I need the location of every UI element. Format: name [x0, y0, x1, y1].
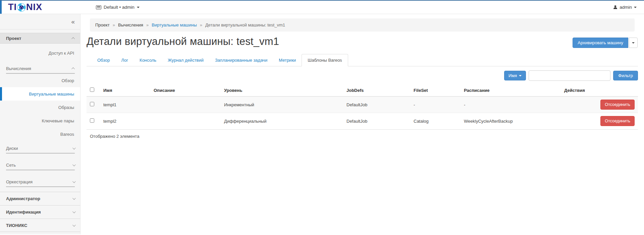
cell-fileset: - [410, 97, 461, 113]
select-all-checkbox[interactable] [90, 87, 94, 92]
sidebar-item-label: Доступ к API [49, 51, 74, 56]
detach-template-button[interactable]: Отсоединить [600, 100, 635, 110]
logo-text-right: NIX [26, 3, 42, 12]
chevron-down-icon [137, 7, 140, 8]
table-filter-bar: Имя Фильтр [87, 70, 638, 81]
bareos-templates-table: Имя Описание Уровень JobDefs FileSet Рас… [87, 85, 638, 129]
sidebar-item-label: Bareos [60, 132, 74, 137]
select-row-checkbox[interactable] [90, 118, 94, 123]
breadcrumb-separator: » [146, 22, 149, 27]
header-accent-strip [0, 1, 2, 14]
sidebar-item-overview[interactable]: Обзор [0, 74, 80, 87]
sidebar-section-identity-label: Идентификация [6, 210, 41, 215]
column-header-schedule: Расписание [461, 85, 561, 97]
logo-text-left: TI [8, 3, 17, 12]
sidebar-item-api-access[interactable]: Доступ к API [0, 46, 80, 60]
cell-description [150, 113, 221, 129]
sidebar-subsection-volumes[interactable]: Диски [6, 143, 75, 154]
tionix-logo[interactable]: TI NIX [8, 3, 42, 12]
project-context-switcher[interactable]: Default • admin [96, 5, 140, 10]
sidebar-collapse-button[interactable]: « [71, 18, 75, 25]
sidebar-subsection-compute-label: Вычисления [6, 66, 31, 71]
sidebar-nav: « Проект Доступ к API Вычисления Обзор В… [0, 14, 80, 234]
breadcrumb-link-virtual-machines[interactable]: Виртуальные машины [152, 22, 197, 27]
chevron-down-icon [632, 42, 635, 44]
main-content: Проект » Вычисления » Виртуальные машины… [80, 14, 644, 234]
cell-schedule: WeeklyCycleAfterBackup [461, 113, 561, 129]
cell-level: Дифференциальный [221, 113, 343, 129]
sidebar-item-label: Обзор [61, 78, 74, 83]
tionix-swirl-icon [17, 3, 26, 12]
cell-name: templ2 [100, 113, 150, 129]
breadcrumb-separator: » [113, 22, 115, 27]
sidebar-item-virtual-machines-active[interactable]: Виртуальные машины [0, 87, 80, 101]
column-header-level: Уровень [221, 85, 343, 97]
chevron-down-icon [72, 196, 76, 200]
column-header-actions: Действия [561, 85, 638, 97]
filter-field-label: Имя [508, 73, 517, 78]
sidebar-subsection-volumes-label: Диски [6, 146, 18, 151]
tab-console[interactable]: Консоль [134, 54, 162, 66]
detach-template-button[interactable]: Отсоединить [600, 116, 635, 126]
sidebar-subsection-network[interactable]: Сеть [6, 160, 75, 170]
sidebar-item-label: Образы [58, 105, 74, 110]
tab-action-log[interactable]: Журнал действий [162, 54, 209, 66]
tab-scheduled-tasks[interactable]: Запланированные задачи [209, 54, 273, 66]
sidebar-subsection-compute[interactable]: Вычисления [6, 64, 75, 74]
sidebar-section-identity[interactable]: Идентификация [0, 205, 80, 219]
sidebar-section-project[interactable]: Проект [0, 33, 80, 44]
filter-submit-button[interactable]: Фильтр [613, 71, 638, 80]
table-header-row: Имя Описание Уровень JobDefs FileSet Рас… [87, 85, 638, 97]
user-menu-label: admin [620, 5, 632, 10]
page-title: Детали виртуальной машины: test_vm1 [87, 36, 279, 48]
instance-action-group: Архивировать машину [573, 38, 638, 48]
chevron-down-icon [72, 223, 76, 227]
more-actions-dropdown-toggle[interactable] [629, 38, 638, 48]
sidebar-section-admin-label: Администратор [6, 196, 40, 201]
chevron-down-icon [72, 210, 76, 213]
sidebar-section-tionix-label: ТИОНИКС [6, 223, 27, 228]
select-row-checkbox[interactable] [90, 102, 94, 106]
cell-jobdefs: DefaultJob [343, 113, 410, 129]
sidebar-subsection-network-label: Сеть [6, 163, 16, 168]
breadcrumb-item-compute: Вычисления [118, 22, 143, 27]
breadcrumb-item-project: Проект [95, 22, 110, 27]
cell-fileset: Catalog [410, 113, 461, 129]
table-row: templ1 Инкрементный DefaultJob - - Отсое… [87, 97, 638, 113]
chevron-up-icon [71, 37, 75, 40]
cell-jobdefs: DefaultJob [343, 97, 410, 113]
tab-metrics[interactable]: Метрики [273, 54, 302, 66]
tab-overview[interactable]: Обзор [92, 54, 116, 66]
sidebar-subsection-orchestration[interactable]: Оркестрация [6, 177, 75, 187]
column-header-jobdefs: JobDefs [343, 85, 410, 97]
filter-input[interactable] [529, 70, 610, 81]
sidebar-item-label: Ключевые пары [42, 118, 74, 123]
sidebar-subsection-orchestration-label: Оркестрация [6, 179, 33, 184]
chevron-up-icon [71, 67, 75, 70]
chevron-down-icon [72, 163, 76, 166]
sidebar-item-images[interactable]: Образы [0, 101, 80, 114]
top-header: TI NIX Default • admin admin [0, 0, 644, 14]
cell-level: Инкрементный [221, 97, 343, 113]
sidebar-collapse-row: « [0, 14, 80, 30]
column-header-fileset: FileSet [410, 85, 461, 97]
sidebar-section-tionix[interactable]: ТИОНИКС [0, 219, 80, 232]
sidebar-item-label: Виртуальные машины [29, 92, 74, 97]
table-footer-count: Отображено 2 элемента [87, 129, 638, 143]
sidebar-item-key-pairs[interactable]: Ключевые пары [0, 114, 80, 127]
tab-log[interactable]: Лог [116, 54, 134, 66]
chevron-down-icon [72, 180, 76, 183]
context-switcher-label: Default • admin [104, 5, 135, 10]
cell-name: templ1 [100, 97, 150, 113]
sidebar-section-admin[interactable]: Администратор [0, 192, 80, 205]
tab-bareos-templates-active[interactable]: Шаблоны Bareos [302, 54, 348, 66]
sidebar-section-project-label: Проект [6, 36, 21, 41]
sidebar-item-bareos[interactable]: Bareos [0, 127, 80, 141]
user-menu[interactable]: admin [613, 5, 637, 10]
column-header-name: Имя [100, 85, 150, 97]
archive-instance-button[interactable]: Архивировать машину [573, 38, 628, 48]
cell-schedule: - [461, 97, 561, 113]
filter-field-dropdown[interactable]: Имя [504, 71, 526, 80]
chevron-down-icon [634, 7, 637, 8]
column-header-description: Описание [150, 85, 221, 97]
